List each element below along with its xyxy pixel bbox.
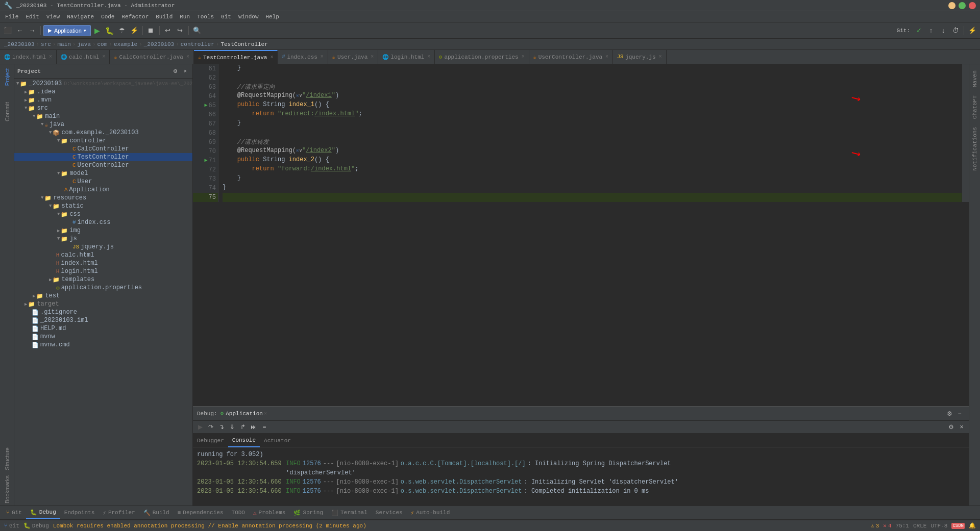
dbg-step-out-btn[interactable]: ↱ (238, 422, 248, 432)
debug-button[interactable]: 🐛 (104, 25, 115, 36)
link-index1[interactable]: /index1 (306, 92, 331, 99)
tab-user-java[interactable]: ☕ User.java × (328, 50, 378, 64)
tab-calc-html[interactable]: 🌐 calc.html × (57, 50, 110, 64)
breadcrumb-src[interactable]: src (41, 41, 51, 47)
breadcrumb-com[interactable]: com (97, 41, 107, 47)
dbg-step-over-btn[interactable]: ↷ (206, 422, 216, 432)
panel-close[interactable]: × (181, 67, 189, 75)
tree-item-img[interactable]: ▶ 📁 img (14, 226, 192, 235)
breadcrumb-example[interactable]: example (114, 41, 137, 47)
tree-item-java[interactable]: ▼ ☕ java (14, 120, 192, 129)
tree-item-static[interactable]: ▼ 📁 static (14, 202, 192, 210)
close-button[interactable] (969, 2, 976, 9)
tree-item-test[interactable]: ▶ 📁 test (14, 292, 192, 300)
close-tab-icon-3[interactable]: × (186, 54, 189, 60)
git-history[interactable]: ⏱ (950, 25, 961, 36)
git-push[interactable]: ↑ (925, 25, 937, 36)
line-sep[interactable]: UTF-8 (930, 523, 947, 529)
tab-calc-controller[interactable]: ☕ CalcController.java × (110, 50, 193, 64)
close-tab-icon-7[interactable]: × (427, 54, 430, 60)
tab-profiler[interactable]: ⚡ Profiler (99, 506, 139, 519)
tab-git[interactable]: ⑂ Git (2, 506, 26, 519)
notification-icon[interactable]: 🔔 (969, 522, 976, 529)
tree-item-model[interactable]: ▼ 📁 model (14, 169, 192, 178)
tree-item-iml[interactable]: 📄 _20230103.iml (14, 316, 192, 324)
stop-button[interactable]: ⏹ (145, 25, 157, 36)
link-index-html-2[interactable]: /index.html (311, 165, 351, 172)
dbg-resume-btn[interactable]: ▶ (195, 422, 205, 432)
tree-item-resources[interactable]: ▼ 📁 resources (14, 194, 192, 202)
run-config-button[interactable]: ▶ Application ▾ (43, 25, 91, 36)
tab-app-props[interactable]: ⚙ application.properties × (435, 50, 529, 64)
bookmarks-strip-btn[interactable]: Bookmarks (3, 473, 11, 505)
maven-tab[interactable]: Maven (971, 66, 979, 91)
menu-help[interactable]: Help (263, 13, 282, 21)
breadcrumb-controller[interactable]: controller (181, 41, 214, 47)
tree-item-controller[interactable]: ▼ 📁 controller (14, 137, 192, 145)
breadcrumb-main[interactable]: main (57, 41, 70, 47)
tree-item-css-folder[interactable]: ▼ 📁 css (14, 210, 192, 218)
tree-item-mvn[interactable]: ▶ 📁 .mvn (14, 96, 192, 104)
structure-strip-btn[interactable]: Structure (3, 445, 11, 472)
tab-jquery-js[interactable]: JS jquery.js × (613, 50, 666, 64)
tab-debug[interactable]: 🐛 Debug (26, 506, 60, 519)
close-tab-icon-5[interactable]: × (321, 54, 324, 60)
tree-item-calc-ctrl[interactable]: C CalcController (14, 145, 192, 153)
project-strip-btn[interactable]: Project (3, 66, 11, 88)
menu-build[interactable]: Build (153, 13, 176, 21)
chatgpt-tab[interactable]: ChatGPT (971, 91, 979, 123)
menu-file[interactable]: File (2, 13, 21, 21)
debug-tab-close[interactable]: × (264, 411, 267, 417)
tree-item-jquery[interactable]: JS jquery.js (14, 243, 192, 251)
tree-item-src[interactable]: ▼ 📁 src (14, 104, 192, 112)
dbg-close-btn[interactable]: × (957, 422, 967, 432)
close-tab-icon-9[interactable]: × (605, 54, 608, 60)
console-content[interactable]: running for 3.052) 2023-01-05 12:30:54.6… (193, 448, 969, 505)
panel-settings[interactable]: ⚙ (171, 67, 179, 75)
tab-terminal[interactable]: ⬛ Terminal (327, 506, 372, 519)
code-lines[interactable]: } //请求重定向 @RequestMapping(☉∨"/index1") ⟵… (218, 64, 962, 202)
tree-item-calc-html[interactable]: H calc.html (14, 251, 192, 259)
breadcrumb-project[interactable]: _20230103 (4, 41, 34, 47)
tree-item-main[interactable]: ▼ 📁 main (14, 112, 192, 120)
debug-status[interactable]: 🐛 Debug (23, 522, 49, 529)
toolbar-btn-forward[interactable]: → (27, 25, 38, 36)
tab-login-html[interactable]: 🌐 login.html × (378, 50, 435, 64)
tree-item-idea[interactable]: ▶ 📁 .idea (14, 88, 192, 96)
tab-services[interactable]: Services (372, 506, 407, 519)
breadcrumb-pkg[interactable]: _20230103 (144, 41, 174, 47)
debug-minimize-btn[interactable]: − (954, 409, 965, 419)
tab-spring[interactable]: 🌿 Spring (289, 506, 327, 519)
debug-settings-btn[interactable]: ⚙ (944, 409, 954, 419)
close-tab-icon-4[interactable]: × (270, 55, 273, 60)
code-editor[interactable]: 61 62 63 64 ▶65 66 67 68 69 70 ▶71 72 73… (193, 64, 969, 406)
tab-endpoints[interactable]: Endpoints (60, 506, 99, 519)
coverage-button[interactable]: ☂ (116, 25, 128, 36)
sub-tab-console[interactable]: Console (228, 434, 260, 447)
sub-tab-debugger[interactable]: Debugger (193, 434, 228, 447)
dbg-run-cursor-btn[interactable]: ⏭ (249, 422, 259, 432)
menu-code[interactable]: Code (98, 13, 117, 21)
menu-window[interactable]: Window (235, 13, 262, 21)
toolbar-btn-1[interactable]: ⬛ (2, 25, 13, 36)
tree-item-root[interactable]: ▼ 📁 _20230103 D:\workspace\workspace_jav… (14, 80, 192, 88)
menu-run[interactable]: Run (177, 13, 193, 21)
close-tab-icon[interactable]: × (49, 54, 52, 60)
dbg-step-into-btn[interactable]: ↴ (216, 422, 227, 432)
tree-item-templates[interactable]: ▶ 📁 templates (14, 275, 192, 284)
breadcrumb-java[interactable]: java (77, 41, 90, 47)
commit-strip-btn[interactable]: Commit (3, 100, 11, 123)
tree-item-application[interactable]: A Application (14, 186, 192, 194)
tab-test-controller[interactable]: ☕ TestController.java × (194, 50, 278, 64)
tree-item-user-ctrl[interactable]: C UserController (14, 161, 192, 169)
tree-item-app-props[interactable]: ⚙ application.properties (14, 284, 192, 292)
tree-item-user[interactable]: C User (14, 178, 192, 186)
git-pull[interactable]: ↓ (938, 25, 949, 36)
link-index-html-1[interactable]: /index.html (314, 110, 355, 117)
run-gutter-65[interactable]: ▶ (205, 101, 208, 110)
tree-item-index-css[interactable]: # index.css (14, 218, 192, 226)
tab-problems[interactable]: ⚠ Problems (249, 506, 289, 519)
menu-navigate[interactable]: Navigate (64, 13, 97, 21)
menu-git[interactable]: Git (218, 13, 234, 21)
tab-dependencies[interactable]: ≡ Dependencies (174, 506, 228, 519)
